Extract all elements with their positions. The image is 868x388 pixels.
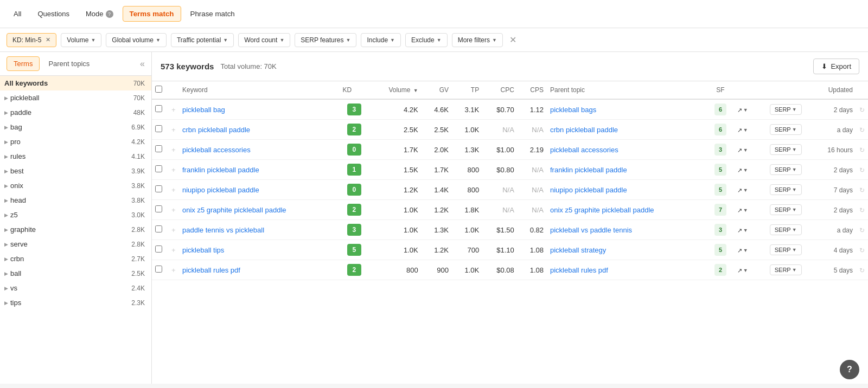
refresh-icon[interactable]: ↻ xyxy=(859,227,865,234)
sidebar-item-head[interactable]: ▶ head 3.8K xyxy=(0,193,151,208)
trend-cell[interactable]: ↗ ▼ xyxy=(734,140,767,160)
col-keyword[interactable]: Keyword xyxy=(179,81,339,99)
row-checkbox-cell[interactable] xyxy=(152,220,168,240)
col-cpc[interactable]: CPC xyxy=(482,81,518,99)
trend-cell[interactable]: ↗ ▼ xyxy=(734,180,767,200)
row-checkbox[interactable] xyxy=(155,245,162,253)
col-sf[interactable]: SF xyxy=(707,81,733,99)
trend-cell[interactable]: ↗ ▼ xyxy=(734,260,767,280)
col-cps[interactable]: CPS xyxy=(518,81,547,99)
refresh-icon[interactable]: ↻ xyxy=(859,186,865,194)
col-gv[interactable]: GV xyxy=(422,81,452,99)
sidebar-tab-terms[interactable]: Terms xyxy=(7,56,40,71)
traffic-potential-filter[interactable]: Traffic potential ▼ xyxy=(171,33,234,47)
serp-button[interactable]: SERP ▼ xyxy=(770,204,802,215)
trend-cell[interactable]: ↗ ▼ xyxy=(734,220,767,240)
serp-button[interactable]: SERP ▼ xyxy=(770,124,802,135)
serp-cell[interactable]: SERP ▼ xyxy=(767,140,810,160)
parent-topic-link[interactable]: pickleball rules pdf xyxy=(550,266,608,274)
keyword-link[interactable]: pickleball tips xyxy=(182,246,224,254)
trend-chart-icon[interactable]: ↗ xyxy=(737,147,742,154)
exclude-filter[interactable]: Exclude ▼ xyxy=(405,33,448,47)
tab-terms-match[interactable]: Terms match xyxy=(123,6,181,22)
row-checkbox-cell[interactable] xyxy=(152,240,168,260)
serp-cell[interactable]: SERP ▼ xyxy=(767,200,810,220)
keyword-link[interactable]: onix z5 graphite pickleball paddle xyxy=(182,206,286,214)
tab-questions[interactable]: Questions xyxy=(30,6,76,22)
sidebar-item-graphite[interactable]: ▶ graphite 2.8K xyxy=(0,222,151,237)
parent-topic-link[interactable]: niupipo pickleball paddle xyxy=(550,186,627,194)
refresh-icon[interactable]: ↻ xyxy=(859,166,865,174)
trend-cell[interactable]: ↗ ▼ xyxy=(734,160,767,180)
serp-cell[interactable]: SERP ▼ xyxy=(767,240,810,260)
serp-cell[interactable]: SERP ▼ xyxy=(767,220,810,240)
parent-topic-link[interactable]: pickleball vs paddle tennis xyxy=(550,226,632,234)
parent-topic-link[interactable]: crbn pickleball paddle xyxy=(550,126,618,134)
sidebar-item-tips[interactable]: ▶ tips 2.3K xyxy=(0,295,151,310)
keyword-link[interactable]: pickleball accessories xyxy=(182,146,251,154)
serp-cell[interactable]: SERP ▼ xyxy=(767,180,810,200)
sidebar-item-paddle[interactable]: ▶ paddle 48K xyxy=(0,105,151,120)
serp-button[interactable]: SERP ▼ xyxy=(770,104,802,115)
sidebar-item-rules[interactable]: ▶ rules 4.1K xyxy=(0,149,151,164)
row-checkbox[interactable] xyxy=(155,125,162,132)
keyword-link[interactable]: niupipo pickleball paddle xyxy=(182,186,259,194)
row-checkbox-cell[interactable] xyxy=(152,120,168,140)
sidebar-item-ball[interactable]: ▶ ball 2.5K xyxy=(0,266,151,281)
tab-mode[interactable]: Mode ? xyxy=(79,6,120,22)
kd-filter-chip[interactable]: KD: Min-5 ✕ xyxy=(7,33,56,47)
trend-chart-icon[interactable]: ↗ xyxy=(737,167,742,174)
serp-cell[interactable]: SERP ▼ xyxy=(767,99,810,120)
global-volume-filter[interactable]: Global volume ▼ xyxy=(106,33,167,47)
help-button[interactable]: ? xyxy=(840,360,859,379)
row-checkbox-cell[interactable] xyxy=(152,180,168,200)
include-filter[interactable]: Include ▼ xyxy=(361,33,401,47)
more-filters[interactable]: More filters ▼ xyxy=(452,33,503,47)
parent-topic-link[interactable]: franklin pickleball paddle xyxy=(550,166,627,174)
trend-chart-icon[interactable]: ↗ xyxy=(737,127,742,134)
volume-filter[interactable]: Volume ▼ xyxy=(61,33,101,47)
serp-cell[interactable]: SERP ▼ xyxy=(767,120,810,140)
tab-all[interactable]: All xyxy=(7,6,28,22)
sidebar-item-crbn[interactable]: ▶ crbn 2.7K xyxy=(0,251,151,266)
row-checkbox-cell[interactable] xyxy=(152,200,168,220)
refresh-cell[interactable]: ↻ xyxy=(856,180,868,200)
select-all-checkbox[interactable] xyxy=(155,86,162,93)
serp-button[interactable]: SERP ▼ xyxy=(770,224,802,235)
col-parent-topic[interactable]: Parent topic xyxy=(547,81,707,99)
sidebar-item-serve[interactable]: ▶ serve 2.8K xyxy=(0,237,151,251)
refresh-cell[interactable]: ↻ xyxy=(856,160,868,180)
row-add-cell[interactable]: + xyxy=(168,120,179,140)
serp-button[interactable]: SERP ▼ xyxy=(770,264,802,275)
sidebar-item-bag[interactable]: ▶ bag 6.9K xyxy=(0,120,151,134)
trend-chart-icon[interactable]: ↗ xyxy=(737,207,742,214)
refresh-icon[interactable]: ↻ xyxy=(859,106,865,114)
sidebar-item-vs[interactable]: ▶ vs 2.4K xyxy=(0,281,151,295)
refresh-cell[interactable]: ↻ xyxy=(856,200,868,220)
keyword-link[interactable]: paddle tennis vs pickleball xyxy=(182,226,264,234)
row-checkbox-cell[interactable] xyxy=(152,160,168,180)
row-add-cell[interactable]: + xyxy=(168,99,179,120)
tab-phrase-match[interactable]: Phrase match xyxy=(183,6,242,22)
serp-button[interactable]: SERP ▼ xyxy=(770,164,802,175)
parent-topic-link[interactable]: onix z5 graphite pickleball paddle xyxy=(550,206,654,214)
trend-chart-icon[interactable]: ↗ xyxy=(737,107,742,114)
row-add-cell[interactable]: + xyxy=(168,220,179,240)
serp-button[interactable]: SERP ▼ xyxy=(770,184,802,195)
sidebar-item-pickleball[interactable]: ▶ pickleball 70K xyxy=(0,90,151,105)
trend-dropdown-arrow[interactable]: ▼ xyxy=(743,167,748,173)
kd-filter-close-icon[interactable]: ✕ xyxy=(46,36,50,43)
trend-dropdown-arrow[interactable]: ▼ xyxy=(743,268,748,273)
keyword-link[interactable]: pickleball rules pdf xyxy=(182,266,240,274)
refresh-icon[interactable]: ↻ xyxy=(859,267,865,274)
trend-cell[interactable]: ↗ ▼ xyxy=(734,120,767,140)
sidebar-item-all-keywords[interactable]: All keywords 70K xyxy=(0,76,151,90)
keyword-link[interactable]: franklin pickleball paddle xyxy=(182,166,259,174)
sidebar-item-onix[interactable]: ▶ onix 3.8K xyxy=(0,178,151,193)
row-add-cell[interactable]: + xyxy=(168,240,179,260)
word-count-filter[interactable]: Word count ▼ xyxy=(238,33,290,47)
refresh-cell[interactable]: ↻ xyxy=(856,240,868,260)
serp-button[interactable]: SERP ▼ xyxy=(770,144,802,155)
refresh-cell[interactable]: ↻ xyxy=(856,220,868,240)
trend-cell[interactable]: ↗ ▼ xyxy=(734,200,767,220)
